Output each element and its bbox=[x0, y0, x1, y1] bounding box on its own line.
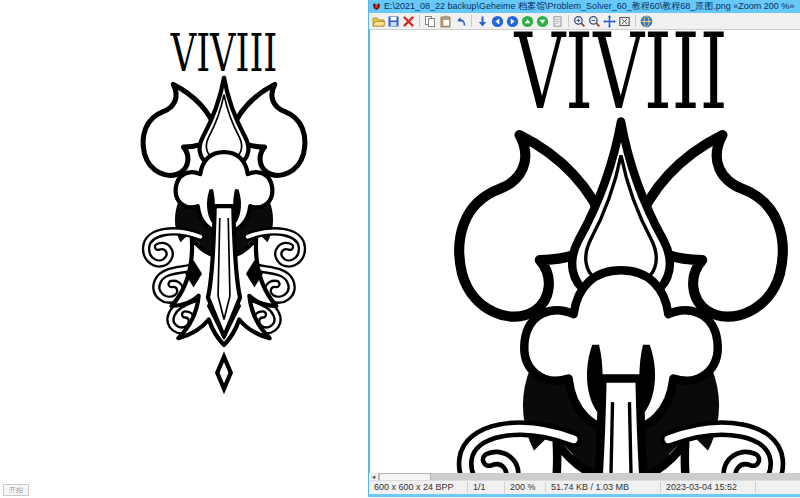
save-icon[interactable] bbox=[387, 15, 400, 28]
first-image-icon[interactable] bbox=[521, 15, 534, 28]
status-filesize: 51.74 KB / 1.03 MB bbox=[546, 482, 661, 493]
toolbar bbox=[369, 13, 800, 30]
info-globe-icon[interactable] bbox=[640, 15, 653, 28]
corner-button[interactable]: 开始 bbox=[3, 484, 29, 496]
status-timestamp: 2023-03-04 15:52 bbox=[661, 482, 756, 493]
viewer-window: E:\2021_08_22 backup\Geheime 档案馆\Problem… bbox=[368, 0, 800, 497]
toolbar-separator bbox=[568, 15, 569, 27]
titlebar[interactable]: E:\2021_08_22 backup\Geheime 档案馆\Problem… bbox=[369, 0, 800, 13]
desktop-canvas: 开始 bbox=[0, 0, 368, 498]
fit-window-icon[interactable] bbox=[618, 15, 631, 28]
arrow-down-icon[interactable] bbox=[476, 15, 489, 28]
delete-icon[interactable] bbox=[402, 15, 415, 28]
toolbar-separator bbox=[635, 15, 636, 27]
status-zoom: 200 % bbox=[505, 482, 546, 493]
zoom-in-icon[interactable] bbox=[573, 15, 586, 28]
artwork-left bbox=[131, 27, 317, 399]
page-icon[interactable] bbox=[551, 15, 564, 28]
next-image-icon[interactable] bbox=[506, 15, 519, 28]
toolbar-separator bbox=[419, 15, 420, 27]
paste-icon[interactable] bbox=[439, 15, 452, 28]
toolbar-separator bbox=[471, 15, 472, 27]
copy-icon[interactable] bbox=[424, 15, 437, 28]
status-spacer bbox=[756, 482, 800, 493]
app-icon bbox=[372, 2, 381, 11]
zoom-out-icon[interactable] bbox=[588, 15, 601, 28]
statusbar: 600 x 600 x 24 BPP 1/1 200 % 51.74 KB / … bbox=[369, 480, 800, 494]
prev-image-icon[interactable] bbox=[491, 15, 504, 28]
status-dimensions: 600 x 600 x 24 BPP bbox=[369, 482, 468, 493]
viewer-image-area[interactable] bbox=[369, 29, 800, 473]
open-icon[interactable] bbox=[372, 15, 385, 28]
viewer-image[interactable] bbox=[435, 29, 800, 473]
window-title: E:\2021_08_22 backup\Geheime 档案馆\Problem… bbox=[384, 0, 797, 13]
status-index: 1/1 bbox=[468, 482, 505, 493]
pan-icon[interactable] bbox=[603, 15, 616, 28]
last-image-icon[interactable] bbox=[536, 15, 549, 28]
undo-icon[interactable] bbox=[454, 15, 467, 28]
